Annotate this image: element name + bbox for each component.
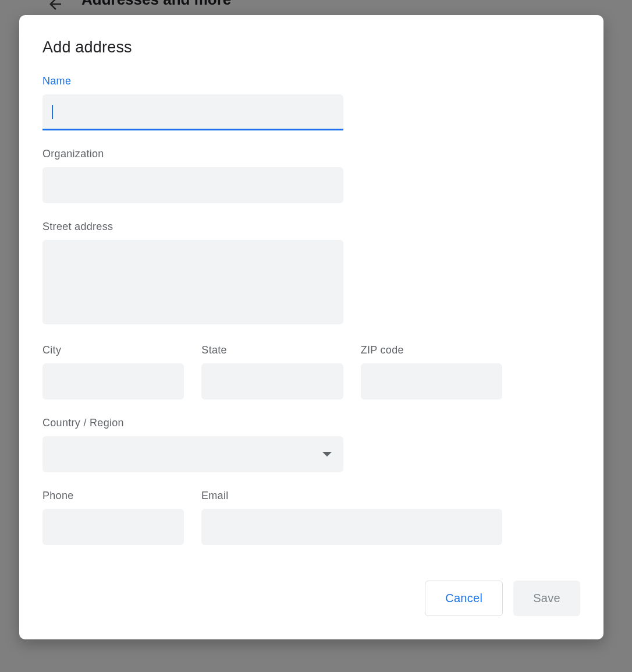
country-label: Country / Region: [42, 417, 343, 429]
add-address-dialog: Add address Name Organization Street add…: [19, 15, 603, 639]
zip-field-group: ZIP code: [361, 344, 502, 399]
email-input[interactable]: [201, 509, 502, 545]
organization-input[interactable]: [42, 167, 343, 203]
save-button[interactable]: Save: [513, 581, 580, 616]
dialog-title: Add address: [42, 38, 580, 56]
street-label: Street address: [42, 221, 343, 233]
street-field-group: Street address: [42, 221, 343, 327]
email-field-group: Email: [201, 490, 502, 545]
phone-field-group: Phone: [42, 490, 184, 545]
state-field-group: State: [201, 344, 343, 399]
state-input[interactable]: [201, 363, 343, 399]
city-label: City: [42, 344, 184, 356]
name-input[interactable]: [42, 94, 343, 130]
organization-label: Organization: [42, 148, 343, 160]
zip-label: ZIP code: [361, 344, 502, 356]
city-state-zip-row: City State ZIP code: [42, 344, 502, 399]
dialog-form: Name Organization Street address City St…: [42, 75, 580, 581]
street-input[interactable]: [42, 240, 343, 324]
cancel-button[interactable]: Cancel: [425, 581, 503, 616]
chevron-down-icon: [322, 452, 332, 457]
organization-field-group: Organization: [42, 148, 343, 203]
country-field-group: Country / Region: [42, 417, 343, 472]
phone-label: Phone: [42, 490, 184, 502]
phone-input[interactable]: [42, 509, 184, 545]
name-field-group: Name: [42, 75, 343, 130]
name-label: Name: [42, 75, 343, 87]
zip-input[interactable]: [361, 363, 502, 399]
email-label: Email: [201, 490, 502, 502]
phone-email-row: Phone Email: [42, 490, 502, 545]
city-input[interactable]: [42, 363, 184, 399]
state-label: State: [201, 344, 343, 356]
city-field-group: City: [42, 344, 184, 399]
dialog-actions: Cancel Save: [42, 581, 580, 621]
country-select[interactable]: [42, 436, 343, 472]
